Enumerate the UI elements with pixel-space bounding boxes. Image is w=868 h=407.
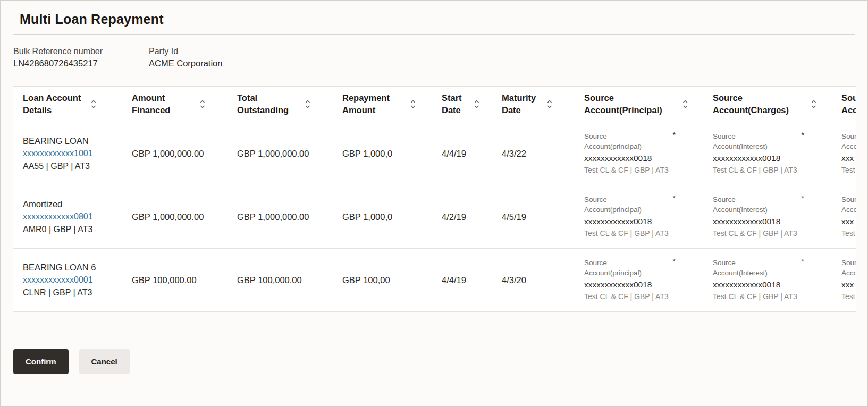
table-row: BEARING LOAN 6 xxxxxxxxxxxx0001 CLNR | G… <box>13 249 856 312</box>
party-id-block: Party Id ACME Corporation <box>149 45 252 70</box>
total-outstanding-value: GBP 1,000,000.00 <box>237 212 328 222</box>
table-row: Amortized xxxxxxxxxxxx0801 AMR0 | GBP | … <box>13 185 856 249</box>
source-principal-meta: Test CL & CF | GBP | AT3 <box>584 228 678 239</box>
table-row: BEARING LOAN xxxxxxxxxxxx1001 AA55 | GBP… <box>13 122 856 185</box>
source-extra-label: Acco <box>841 205 856 215</box>
total-outstanding-value: GBP 1,000,000.00 <box>237 149 328 159</box>
repayment-amount-cell: GBP 1,000,0 <box>333 185 432 249</box>
source-charges-value[interactable]: xxxxxxxxxxxx0018 <box>713 216 806 227</box>
required-asterisk: * <box>672 193 676 202</box>
loan-meta: CLNR | GBP | AT3 <box>23 286 118 299</box>
loan-meta: AMR0 | GBP | AT3 <box>23 223 118 236</box>
source-extra-value[interactable]: xxx <box>841 216 856 227</box>
col-header-source-account-charges[interactable]: Source Account(Charges) <box>703 87 832 122</box>
total-outstanding-cell: GBP 1,000,000.00 <box>227 185 333 249</box>
amount-financed-value: GBP 1,000,000.00 <box>132 149 223 159</box>
source-charges-label: Source Account(Interest) <box>713 132 778 152</box>
sort-icon[interactable] <box>682 100 688 108</box>
maturity-date-cell: 4/3/20 <box>492 249 575 312</box>
loan-name: Amortized <box>23 198 118 211</box>
source-charges-cell: * Source Account(Interest) xxxxxxxxxxxx0… <box>703 185 832 249</box>
col-header-total-outstanding[interactable]: Total Outstanding <box>227 87 333 122</box>
start-date-cell: 4/4/19 <box>432 249 492 312</box>
loans-table: Loan Account Details Amount Financed Tot… <box>13 86 856 312</box>
sort-icon[interactable] <box>305 100 310 108</box>
source-extra-cell: Sour Acco xxx Test <box>832 122 856 185</box>
source-principal-value[interactable]: xxxxxxxxxxxx0018 <box>584 279 678 291</box>
action-buttons: Confirm Cancel <box>13 349 855 374</box>
col-header-source-account-clipped[interactable]: Sou Acc <box>832 87 856 122</box>
col-header-start-date[interactable]: Start Date <box>432 87 492 122</box>
amount-financed-value: GBP 1,000,000.00 <box>132 212 223 222</box>
multi-loan-repayment-page: Multi Loan Repayment Bulk Reference numb… <box>0 0 868 407</box>
source-principal-meta: Test CL & CF | GBP | AT3 <box>584 165 678 175</box>
repayment-amount-input[interactable]: GBP 1,000,0 <box>342 149 428 159</box>
source-charges-meta: Test CL & CF | GBP | AT3 <box>713 291 806 302</box>
col-header-repayment-amount[interactable]: Repayment Amount <box>333 87 432 122</box>
source-extra-value[interactable]: xxx <box>841 152 856 164</box>
required-asterisk: * <box>801 130 804 139</box>
col-header-loan-account-details[interactable]: Loan Account Details <box>13 87 122 122</box>
start-date-cell: 4/4/19 <box>432 122 492 185</box>
source-charges-label: Source Account(Interest) <box>713 195 778 215</box>
total-outstanding-value: GBP 100,000.00 <box>237 275 328 285</box>
amount-financed-cell: GBP 1,000,000.00 <box>122 122 227 185</box>
source-principal-meta: Test CL & CF | GBP | AT3 <box>584 291 678 302</box>
loan-meta: AA55 | GBP | AT3 <box>23 160 118 173</box>
col-header-label: Acc <box>841 104 856 116</box>
start-date-cell: 4/2/19 <box>432 185 492 249</box>
bulk-reference-label: Bulk Reference number <box>13 45 117 57</box>
amount-financed-cell: GBP 100,000.00 <box>122 249 227 312</box>
loan-name: BEARING LOAN <box>23 134 118 148</box>
sort-icon[interactable] <box>474 100 479 108</box>
source-principal-value[interactable]: xxxxxxxxxxxx0018 <box>584 152 678 164</box>
col-header-maturity-date[interactable]: Maturity Date <box>492 87 575 122</box>
source-charges-value[interactable]: xxxxxxxxxxxx0018 <box>713 279 806 291</box>
page-header: Multi Loan Repayment <box>1 1 867 34</box>
sort-icon[interactable] <box>547 100 552 108</box>
source-principal-cell: * Source Account(principal) xxxxxxxxxxxx… <box>575 249 703 312</box>
col-header-amount-financed[interactable]: Amount Financed <box>122 87 227 122</box>
source-principal-cell: * Source Account(principal) xxxxxxxxxxxx… <box>575 185 703 249</box>
confirm-button[interactable]: Confirm <box>13 349 69 374</box>
source-extra-meta: Test <box>841 165 856 175</box>
loan-account-details-cell: BEARING LOAN 6 xxxxxxxxxxxx0001 CLNR | G… <box>13 249 122 312</box>
source-principal-cell: * Source Account(principal) xxxxxxxxxxxx… <box>575 122 703 185</box>
sort-icon[interactable] <box>200 100 205 108</box>
col-header-label: Amount Financed <box>132 92 193 117</box>
source-principal-label: Source Account(principal) <box>584 258 649 278</box>
col-header-source-account-principal[interactable]: Source Account(Principal) <box>575 87 703 122</box>
page-title: Multi Loan Repayment <box>20 12 848 27</box>
repayment-amount-cell: GBP 100,00 <box>333 249 432 312</box>
required-asterisk: * <box>801 193 804 202</box>
col-header-label: Start Date <box>442 92 467 117</box>
source-principal-value[interactable]: xxxxxxxxxxxx0018 <box>584 216 678 227</box>
source-extra-label: Acco <box>841 268 856 278</box>
col-header-label: Source Account(Principal) <box>584 92 676 117</box>
source-extra-cell: Sour Acco xxx Test <box>832 185 856 249</box>
repayment-amount-input[interactable]: GBP 1,000,0 <box>342 212 428 222</box>
total-outstanding-cell: GBP 1,000,000.00 <box>227 122 333 185</box>
source-charges-value[interactable]: xxxxxxxxxxxx0018 <box>713 152 806 164</box>
col-header-label: Sou <box>841 92 856 104</box>
source-charges-label: Source Account(Interest) <box>713 258 778 278</box>
source-principal-label: Source Account(principal) <box>584 132 649 152</box>
sort-icon[interactable] <box>811 100 816 108</box>
col-header-label: Total Outstanding <box>237 92 298 117</box>
repayment-amount-input[interactable]: GBP 100,00 <box>342 275 428 285</box>
amount-financed-value: GBP 100,000.00 <box>132 275 223 285</box>
source-principal-label: Source Account(principal) <box>584 195 649 215</box>
cancel-button[interactable]: Cancel <box>79 349 130 374</box>
sort-icon[interactable] <box>410 100 416 108</box>
loan-account-link[interactable]: xxxxxxxxxxxx1001 <box>23 147 93 160</box>
sort-icon[interactable] <box>91 100 96 108</box>
party-id-value: ACME Corporation <box>149 57 252 70</box>
maturity-date-cell: 4/3/22 <box>492 122 575 185</box>
loan-account-link[interactable]: xxxxxxxxxxxx0801 <box>23 210 93 223</box>
required-asterisk: * <box>801 257 804 266</box>
loan-account-link[interactable]: xxxxxxxxxxxx0001 <box>23 274 93 286</box>
loan-account-details-cell: Amortized xxxxxxxxxxxx0801 AMR0 | GBP | … <box>13 185 122 249</box>
total-outstanding-cell: GBP 100,000.00 <box>227 249 333 312</box>
source-extra-value[interactable]: xxx <box>841 279 856 291</box>
maturity-date-cell: 4/5/19 <box>492 185 575 249</box>
